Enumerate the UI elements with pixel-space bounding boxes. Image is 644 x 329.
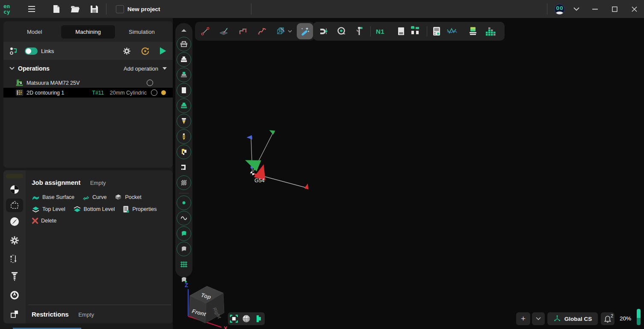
spline-button[interactable] [254, 23, 271, 40]
machine-run-indicator[interactable] [147, 80, 153, 86]
snap-magnet-button[interactable] [315, 23, 332, 40]
tree-row-operation[interactable]: 2D contouring 1 T#11 20mm Cylindric [3, 88, 173, 98]
assistant-button[interactable] [551, 0, 568, 18]
base-surface-icon [32, 194, 40, 201]
chip-label: Curve [92, 194, 106, 200]
navigate-compass-icon [9, 216, 20, 227]
notifications-button[interactable]: 2 [601, 312, 614, 325]
calculator-button[interactable] [428, 23, 445, 40]
settings-gear-icon[interactable] [122, 47, 131, 56]
cs-list-button[interactable] [532, 312, 545, 325]
curves-visibility-button[interactable] [177, 211, 191, 225]
strip-dial-button[interactable] [6, 289, 23, 302]
strip-selection-button[interactable] [6, 199, 23, 212]
add-cs-button[interactable]: + [516, 312, 530, 325]
tab-model[interactable]: Model [8, 25, 61, 39]
axis-x-label: X [224, 325, 227, 329]
cs-triad-icon [553, 315, 561, 323]
fixture-button[interactable] [177, 160, 191, 175]
sketch-3d-button[interactable] [273, 23, 295, 40]
drill-tool-icon [11, 271, 18, 282]
tool-holder-button[interactable] [177, 114, 191, 128]
zoom-slider[interactable] [637, 309, 641, 325]
tool-pair-button[interactable] [406, 23, 423, 40]
fit-screen-button[interactable] [229, 314, 239, 323]
surface-direction-button[interactable] [216, 23, 233, 40]
app-logo[interactable]: en cy [0, 0, 17, 18]
scroll-up-button[interactable] [177, 26, 191, 35]
new-project-button[interactable] [48, 0, 65, 18]
nc-program-button[interactable]: N1 [372, 23, 389, 40]
recalculate-icon[interactable] [141, 47, 150, 56]
strip-navigate-button[interactable] [6, 215, 23, 228]
chevron-down-icon [573, 7, 579, 11]
links-toggle[interactable] [25, 47, 38, 55]
caliper-button[interactable] [351, 23, 368, 40]
project-status-checkbox[interactable] [116, 5, 124, 13]
strip-reorder-button[interactable] [6, 252, 23, 266]
stock-visibility-button[interactable] [254, 314, 263, 323]
minimize-button[interactable] [585, 0, 605, 18]
magic-selection-button[interactable] [297, 23, 313, 39]
curve-button[interactable]: Curve [82, 193, 106, 201]
faces-visibility-button[interactable] [177, 242, 191, 256]
maximize-button[interactable] [605, 0, 624, 18]
close-button[interactable] [624, 0, 644, 18]
strip-windows-button[interactable] [6, 307, 23, 321]
shaded-view-button[interactable] [242, 314, 251, 323]
coordinate-system-triad[interactable]: G54 [242, 121, 323, 196]
surfaces-visibility-button[interactable] [177, 226, 191, 241]
play-simulation-icon[interactable] [159, 47, 167, 55]
tree-row-machine[interactable]: Matsuura MAM72 25V [3, 78, 173, 88]
base-surface-button[interactable]: Base Surface [32, 193, 74, 201]
operation-run-indicator[interactable] [151, 89, 157, 96]
main-menu-button[interactable] [23, 0, 40, 18]
statistics-button[interactable] [482, 23, 499, 40]
machine-head-button[interactable] [177, 145, 191, 159]
save-project-button[interactable] [86, 0, 103, 18]
view-options-pill [228, 312, 265, 325]
tab-simulation[interactable]: Simulation [115, 25, 168, 39]
measure-line-button[interactable] [197, 23, 214, 40]
part-outline-button[interactable] [177, 37, 191, 51]
close-icon [632, 6, 637, 12]
tool-drill-button[interactable] [177, 129, 191, 144]
strip-settings-button[interactable] [6, 234, 23, 247]
operations-header: Operations Add operation [3, 62, 173, 75]
open-project-button[interactable] [67, 0, 84, 18]
hatched-stock-button[interactable] [177, 175, 191, 190]
delete-button[interactable]: Delete [32, 217, 56, 224]
add-operation-button[interactable]: Add operation [124, 65, 167, 72]
operation-tool-number: T#11 [92, 90, 104, 96]
stock-levels-button[interactable] [464, 23, 482, 40]
restrictions-row: Restrictions Empty [32, 311, 94, 318]
pocket-button[interactable]: Pocket [114, 193, 141, 201]
analysis-toolbar: N1 [313, 22, 505, 41]
nc-program-label: N1 [376, 28, 384, 35]
tab-machining[interactable]: Machining [61, 25, 115, 39]
toolbar-divider [179, 193, 189, 193]
cs-selector-button[interactable]: Global CS [547, 312, 598, 325]
tool-holder-icon [180, 117, 188, 125]
part-solid-button[interactable] [177, 52, 191, 67]
plus-icon: + [521, 314, 526, 323]
tape-measure-icon [337, 27, 347, 36]
polyline-button[interactable] [235, 23, 252, 40]
mesh-visibility-button[interactable] [177, 257, 191, 272]
top-level-icon [32, 206, 40, 213]
collapse-chevron-icon[interactable] [9, 67, 15, 70]
bottom-level-button[interactable]: Bottom Level [73, 205, 115, 213]
part-stock-button[interactable] [177, 68, 191, 82]
part-result-button[interactable] [177, 98, 191, 113]
strip-datum-button[interactable] [6, 183, 23, 196]
stock-box-button[interactable] [177, 83, 191, 98]
top-level-button[interactable]: Top Level [32, 205, 65, 213]
drag-handle[interactable] [6, 174, 23, 178]
titlebar-expand-button[interactable] [568, 0, 585, 18]
measure-tape-button[interactable] [333, 23, 350, 40]
points-visibility-button[interactable] [177, 196, 191, 210]
view-cube[interactable]: Z X Top Front Right [181, 275, 232, 329]
properties-button[interactable]: Properties [122, 205, 157, 213]
graphs-button[interactable] [443, 23, 461, 40]
strip-tool-button[interactable] [6, 270, 23, 284]
